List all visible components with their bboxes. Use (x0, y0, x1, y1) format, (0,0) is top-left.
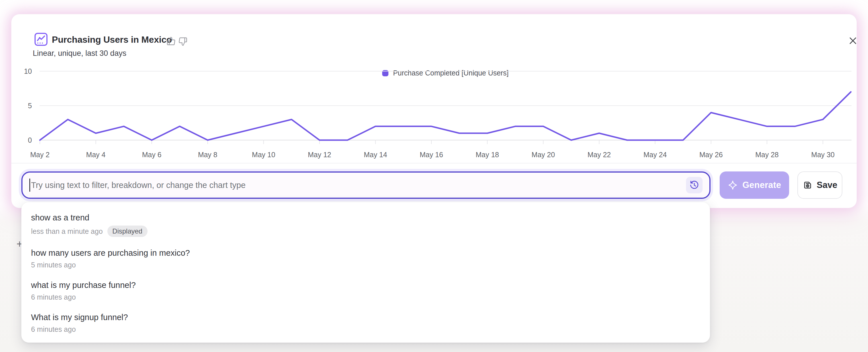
history-item[interactable]: what is my purchase funnel? 6 minutes ag… (21, 274, 710, 307)
generate-button[interactable]: Generate (720, 171, 789, 199)
svg-text:May 6: May 6 (142, 151, 161, 159)
displayed-badge: Displayed (107, 226, 148, 237)
svg-text:May 18: May 18 (475, 151, 499, 159)
svg-text:May 30: May 30 (811, 151, 835, 159)
svg-text:May 16: May 16 (420, 151, 443, 159)
svg-text:May 10: May 10 (252, 151, 275, 159)
svg-text:May 2: May 2 (30, 151, 50, 159)
history-item-title: what is my purchase funnel? (31, 280, 700, 290)
history-item-time: 6 minutes ago (31, 325, 76, 333)
history-item-title: show as a trend (31, 213, 700, 223)
history-item[interactable]: What is my signup funnel? 6 minutes ago (21, 307, 710, 339)
svg-text:May 14: May 14 (364, 151, 387, 159)
history-item-title: how many users are purchasing in mexico? (31, 248, 700, 258)
svg-text:5: 5 (28, 102, 32, 110)
svg-text:May 20: May 20 (532, 151, 555, 159)
generate-label: Generate (742, 180, 781, 190)
thumbs-up-icon[interactable] (166, 36, 176, 45)
svg-text:May 28: May 28 (755, 151, 779, 159)
text-caret (29, 179, 30, 192)
insight-card: Purchasing Users in Mexico Linear, uniqu… (11, 14, 857, 208)
save-icon (803, 180, 813, 190)
section-divider (11, 163, 857, 163)
history-icon[interactable] (686, 177, 703, 193)
history-item-title: What is my signup funnel? (31, 312, 700, 322)
close-icon[interactable] (847, 35, 859, 47)
page: + Purchasing Users in Mexico (0, 0, 868, 352)
svg-text:May 26: May 26 (700, 151, 723, 159)
history-item[interactable]: show as a trend less than a minute ago D… (21, 207, 710, 242)
card-title: Purchasing Users in Mexico (52, 33, 172, 46)
svg-text:May 12: May 12 (308, 151, 331, 159)
svg-text:0: 0 (28, 136, 32, 144)
history-item[interactable]: how many users are purchasing in mexico?… (21, 242, 710, 274)
save-button[interactable]: Save (797, 171, 842, 199)
sparkle-icon (727, 180, 738, 190)
svg-text:May 22: May 22 (588, 151, 611, 159)
history-item-time: 6 minutes ago (31, 293, 76, 301)
history-dropdown: show as a trend less than a minute ago D… (21, 202, 710, 343)
history-item-time: less than a minute ago (31, 227, 103, 235)
card-subtitle: Linear, unique, last 30 days (33, 49, 126, 58)
ai-prompt-input[interactable]: Try using text to filter, breakdown, or … (21, 171, 711, 199)
svg-text:May 24: May 24 (643, 151, 666, 159)
line-chart: 0510May 2May 4May 6May 8May 10May 12May … (11, 65, 857, 180)
line-chart-icon (34, 32, 48, 46)
input-placeholder: Try using text to filter, breakdown, or … (31, 181, 686, 190)
svg-text:May 8: May 8 (198, 151, 217, 159)
svg-text:May 4: May 4 (86, 151, 105, 159)
svg-text:10: 10 (24, 67, 32, 75)
thumbs-down-icon[interactable] (178, 37, 187, 46)
history-item-time: 5 minutes ago (31, 261, 76, 269)
save-label: Save (817, 180, 837, 190)
